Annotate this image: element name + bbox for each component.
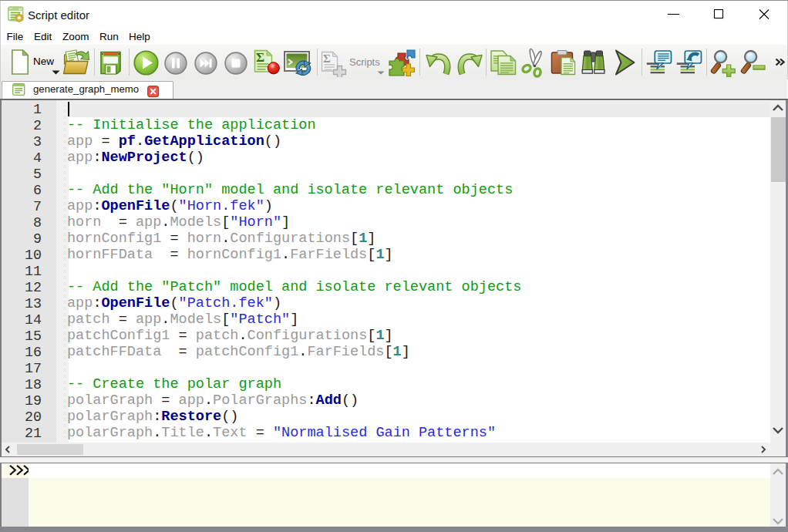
svg-text:Σ: Σ [256,50,264,65]
svg-text:Σ: Σ [323,52,331,65]
